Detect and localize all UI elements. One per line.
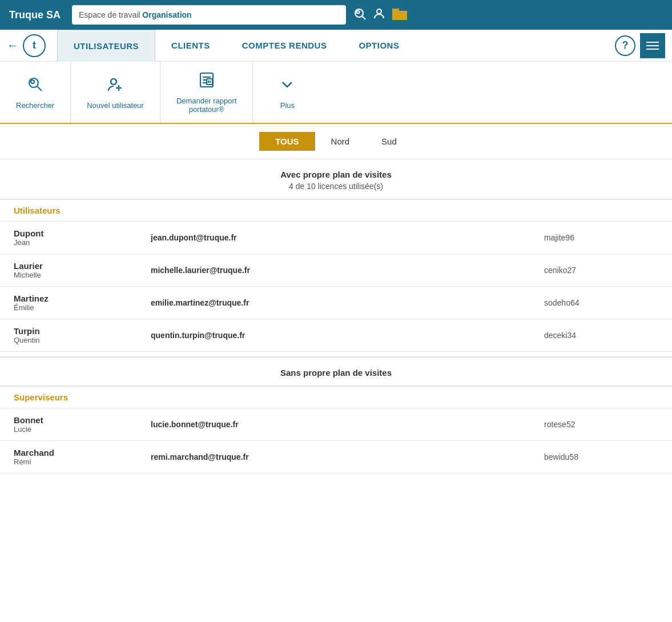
toolbar-nouvel-utilisateur[interactable]: Nouvel utilisateur	[71, 62, 160, 123]
tab-options[interactable]: OPTIONS	[343, 30, 415, 62]
menu-line-1	[646, 42, 659, 43]
toolbar-rechercher-label: Rechercher	[16, 101, 54, 110]
app-title: Truque SA	[9, 9, 61, 21]
region-tab-nord[interactable]: Nord	[315, 132, 366, 151]
user-lastname: Bonnet	[14, 415, 151, 425]
user-lastname: Turpin	[14, 326, 151, 336]
user-email: michelle.laurier@truque.fr	[151, 266, 544, 275]
tab-comptes-rendus[interactable]: COMPTES RENDUS	[226, 30, 343, 62]
table-row[interactable]: Marchand Rémi remi.marchand@truque.fr be…	[0, 441, 672, 473]
svg-point-3	[377, 9, 381, 14]
table-row[interactable]: Martinez Émilie emilie.martinez@truque.f…	[0, 287, 672, 319]
user-name-col: Marchand Rémi	[14, 448, 151, 466]
user-email: emilie.martinez@truque.fr	[151, 298, 544, 307]
user-name-col: Laurier Michelle	[14, 261, 151, 279]
region-tab-tous[interactable]: TOUS	[259, 132, 315, 151]
table-row[interactable]: Laurier Michelle michelle.laurier@truque…	[0, 254, 672, 287]
report-icon	[198, 71, 216, 93]
search-icon-btn[interactable]	[353, 7, 367, 23]
user-firstname: Quentin	[14, 336, 151, 344]
svg-rect-13	[111, 79, 116, 85]
region-tabs-bar: TOUS Nord Sud	[0, 124, 672, 159]
user-login: deceki34	[544, 331, 658, 340]
nav-logo: t	[23, 34, 46, 57]
user-name-col: Turpin Quentin	[14, 326, 151, 344]
user-firstname: Michelle	[14, 271, 151, 279]
user-name-col: Bonnet Lucie	[14, 415, 151, 434]
toolbar-plus-label: Plus	[280, 101, 295, 110]
utilisateurs-group: Utilisateurs Dupont Jean jean.dupont@tru…	[0, 199, 672, 352]
nav-right-icons: ?	[615, 33, 665, 58]
avec-plan-subtitle: 4 de 10 licences utilisée(s)	[0, 182, 672, 191]
user-name-col: Martinez Émilie	[14, 294, 151, 312]
svg-point-9	[31, 80, 34, 83]
menu-line-2	[646, 45, 659, 46]
toolbar-demander-rapport[interactable]: Demander rapportportatour®	[160, 62, 253, 123]
avec-plan-title: Avec propre plan de visites	[0, 170, 672, 179]
table-row[interactable]: Bonnet Lucie lucie.bonnet@truque.fr rote…	[0, 408, 672, 441]
menu-line-3	[646, 49, 659, 50]
user-login: rotese52	[544, 420, 658, 429]
sans-plan-section: Sans propre plan de visites	[0, 356, 672, 386]
top-header: Truque SA Espace de travail Organisation	[0, 0, 672, 30]
user-lastname: Laurier	[14, 261, 151, 271]
user-login: bewidu58	[544, 452, 658, 462]
search-bar-text: Espace de travail Organisation	[79, 10, 192, 19]
user-email: lucie.bonnet@truque.fr	[151, 420, 544, 429]
table-row[interactable]: Dupont Jean jean.dupont@truque.fr majite…	[0, 222, 672, 254]
user-firstname: Lucie	[14, 425, 151, 434]
svg-line-1	[363, 16, 366, 19]
toolbar-rechercher[interactable]: Rechercher	[0, 62, 71, 123]
add-user-icon	[106, 75, 124, 98]
user-email: jean.dupont@truque.fr	[151, 233, 544, 242]
superviseurs-group-header: Superviseurs	[0, 386, 672, 408]
back-button[interactable]: ←	[7, 39, 18, 52]
svg-rect-5	[400, 11, 407, 19]
search-bar[interactable]: Espace de travail Organisation	[72, 5, 346, 25]
tab-utilisateurs[interactable]: UTILISATEURS	[57, 30, 155, 62]
user-lastname: Martinez	[14, 294, 151, 303]
svg-line-8	[37, 86, 42, 91]
menu-button[interactable]	[640, 33, 665, 58]
header-icons	[353, 7, 408, 23]
help-button[interactable]: ?	[615, 35, 635, 56]
user-firstname: Rémi	[14, 458, 151, 466]
user-lastname: Dupont	[14, 228, 151, 238]
toolbar-nouvel-utilisateur-label: Nouvel utilisateur	[87, 101, 144, 110]
more-icon	[278, 75, 296, 98]
search-icon	[26, 75, 45, 98]
toolbar-plus[interactable]: Plus	[253, 62, 321, 123]
sans-plan-title: Sans propre plan de visites	[0, 368, 672, 378]
tab-clients[interactable]: CLIENTS	[155, 30, 226, 62]
user-email: remi.marchand@truque.fr	[151, 452, 544, 462]
nav-tabs: UTILISATEURS CLIENTS COMPTES RENDUS OPTI…	[57, 30, 615, 62]
superviseurs-group: Superviseurs Bonnet Lucie lucie.bonnet@t…	[0, 386, 672, 473]
svg-rect-4	[393, 9, 399, 19]
avec-plan-section: Avec propre plan de visites 4 de 10 lice…	[0, 159, 672, 199]
nav-bar: ← t UTILISATEURS CLIENTS COMPTES RENDUS …	[0, 30, 672, 62]
toolbar: Rechercher Nouvel utilisateur	[0, 62, 672, 124]
user-icon-btn[interactable]	[372, 7, 386, 23]
building-icon-btn[interactable]	[392, 7, 408, 23]
user-firstname: Émilie	[14, 303, 151, 312]
utilisateurs-group-header: Utilisateurs	[0, 199, 672, 222]
user-login: ceniko27	[544, 266, 658, 275]
user-name-col: Dupont Jean	[14, 228, 151, 247]
table-row[interactable]: Turpin Quentin quentin.turpin@truque.fr …	[0, 319, 672, 352]
user-email: quentin.turpin@truque.fr	[151, 331, 544, 340]
svg-point-2	[357, 10, 360, 13]
user-firstname: Jean	[14, 238, 151, 247]
region-tab-sud[interactable]: Sud	[365, 132, 413, 151]
user-lastname: Marchand	[14, 448, 151, 458]
user-login: sodeho64	[544, 298, 658, 307]
toolbar-rapport-label: Demander rapportportatour®	[176, 97, 237, 114]
user-login: majite96	[544, 233, 658, 242]
